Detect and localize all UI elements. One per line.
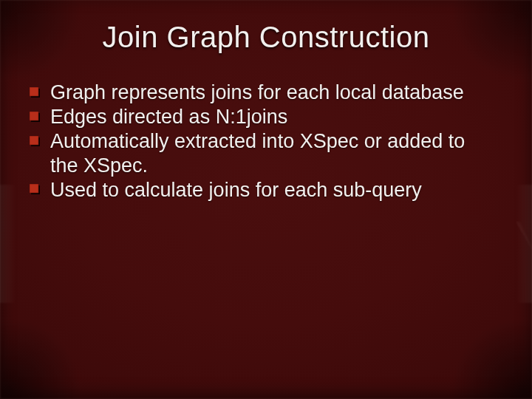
square-bullet-icon [30,112,41,123]
edge-flare [0,185,16,303]
slide-title: Join Graph Construction [0,0,532,61]
svg-rect-1 [30,87,38,96]
vignette-corner [0,318,81,399]
list-item: Edges directed as N:1joins [30,105,491,129]
vignette-corner [451,318,532,399]
square-bullet-icon [30,136,41,148]
svg-rect-7 [30,184,38,193]
edge-flare [516,185,532,303]
bullet-text: Used to calculate joins for each sub-que… [50,179,422,201]
svg-rect-5 [30,136,38,145]
list-item: Graph represents joins for each local da… [30,81,491,105]
bullet-text: Automatically extracted into XSpec or ad… [50,130,465,177]
bullet-text: Graph represents joins for each local da… [50,81,464,103]
square-bullet-icon [30,87,41,99]
svg-rect-3 [30,112,38,120]
square-bullet-icon [30,184,41,196]
slide: Join Graph Construction Graph represents… [0,0,532,399]
list-item: Used to calculate joins for each sub-que… [30,178,491,202]
bullet-list: Graph represents joins for each local da… [30,81,491,202]
list-item: Automatically extracted into XSpec or ad… [30,129,491,178]
bullet-text: Edges directed as N:1joins [50,106,287,128]
edge-flare [458,222,532,303]
